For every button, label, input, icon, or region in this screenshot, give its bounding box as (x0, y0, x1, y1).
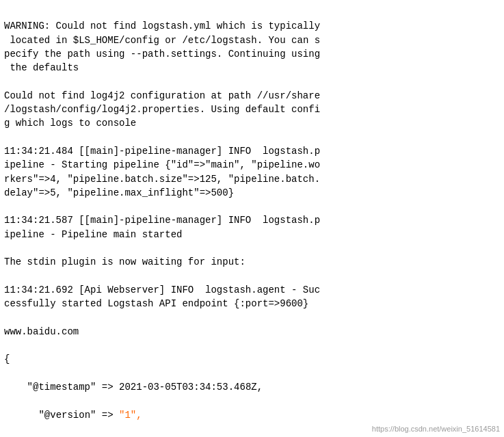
version-key: "@version" (4, 410, 96, 421)
watermark-text: https://blog.csdn.net/weixin_51614581 (372, 425, 500, 433)
log4j-line: Could not find log4j2 configuration at p… (4, 90, 320, 129)
timestamp-key: "@timestamp" (4, 382, 96, 393)
terminal-window: WARNING: Could not find logstash.yml whi… (0, 0, 504, 437)
arrow-1: => (96, 382, 119, 393)
timestamp-val: 2021-03-05T03:34:53.468Z, (119, 382, 263, 393)
pipeline-started-line: 11:34:21.587 [[main]-pipeline-manager] I… (4, 215, 320, 239)
stdin-line: The stdin plugin is now waiting for inpu… (4, 256, 246, 267)
arrow-2: => (96, 410, 119, 421)
api-line: 11:34:21.692 [Api Webserver] INFO logsta… (4, 284, 320, 309)
open-brace: { (4, 354, 10, 365)
warning-line: WARNING: Could not find logstash.yml whi… (4, 21, 320, 73)
pipeline-start-line: 11:34:21.484 [[main]-pipeline-manager] I… (4, 146, 320, 198)
terminal-output: WARNING: Could not find logstash.yml whi… (4, 5, 500, 437)
version-val: "1", (119, 410, 142, 421)
baidu-line: www.baidu.com (4, 326, 79, 337)
